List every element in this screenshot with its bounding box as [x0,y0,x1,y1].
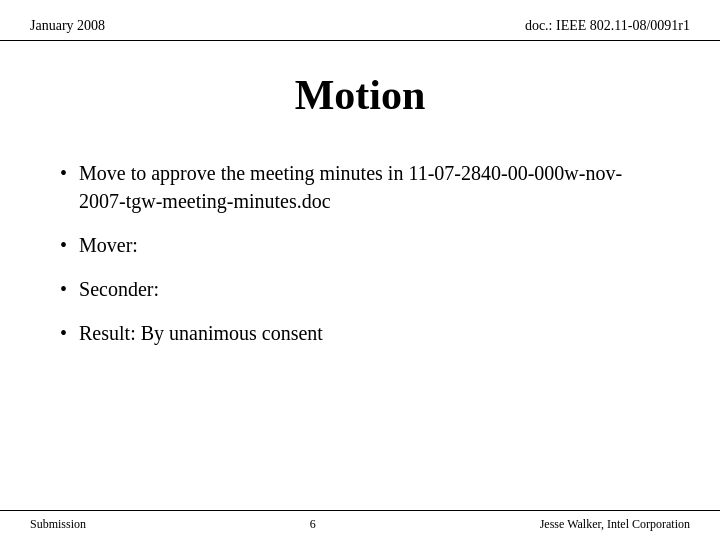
bullet-marker-2: • [60,275,67,303]
bullet-marker-3: • [60,319,67,347]
bullet-text-0: Move to approve the meeting minutes in 1… [79,159,660,215]
bullet-item-2: •Seconder: [60,275,660,303]
slide-header: January 2008 doc.: IEEE 802.11-08/0091r1 [0,0,720,41]
bullet-text-3: Result: By unanimous consent [79,319,660,347]
slide-footer: Submission 6 Jesse Walker, Intel Corpora… [0,510,720,540]
title-section: Motion [0,71,720,119]
header-date: January 2008 [30,18,105,34]
bullet-marker-1: • [60,231,67,259]
bullet-list: •Move to approve the meeting minutes in … [60,159,660,347]
content-area: •Move to approve the meeting minutes in … [0,149,720,373]
slide-title: Motion [0,71,720,119]
footer-submission: Submission [30,517,86,532]
bullet-text-2: Seconder: [79,275,660,303]
slide: January 2008 doc.: IEEE 802.11-08/0091r1… [0,0,720,540]
bullet-item-1: •Mover: [60,231,660,259]
bullet-text-1: Mover: [79,231,660,259]
footer-author: Jesse Walker, Intel Corporation [540,517,690,532]
header-doc-id: doc.: IEEE 802.11-08/0091r1 [525,18,690,34]
bullet-marker-0: • [60,159,67,187]
bullet-item-3: •Result: By unanimous consent [60,319,660,347]
bullet-item-0: •Move to approve the meeting minutes in … [60,159,660,215]
footer-page-number: 6 [310,517,316,532]
